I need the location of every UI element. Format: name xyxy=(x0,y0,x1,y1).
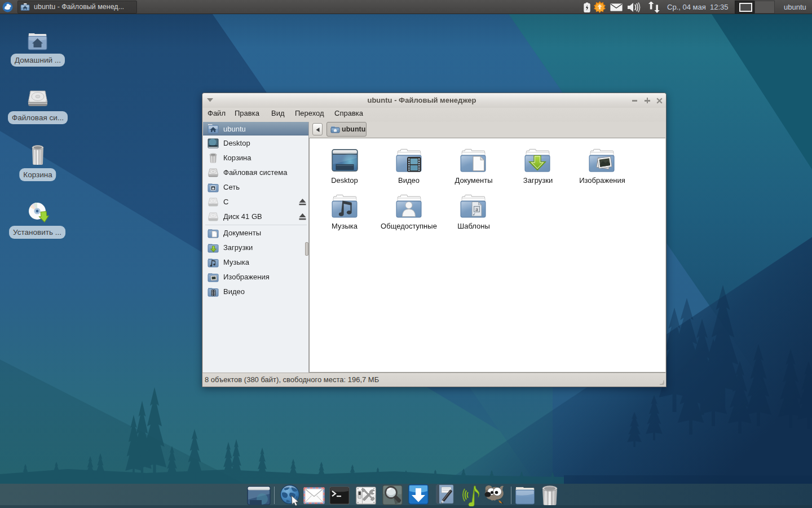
svg-text:a: a xyxy=(475,206,478,212)
